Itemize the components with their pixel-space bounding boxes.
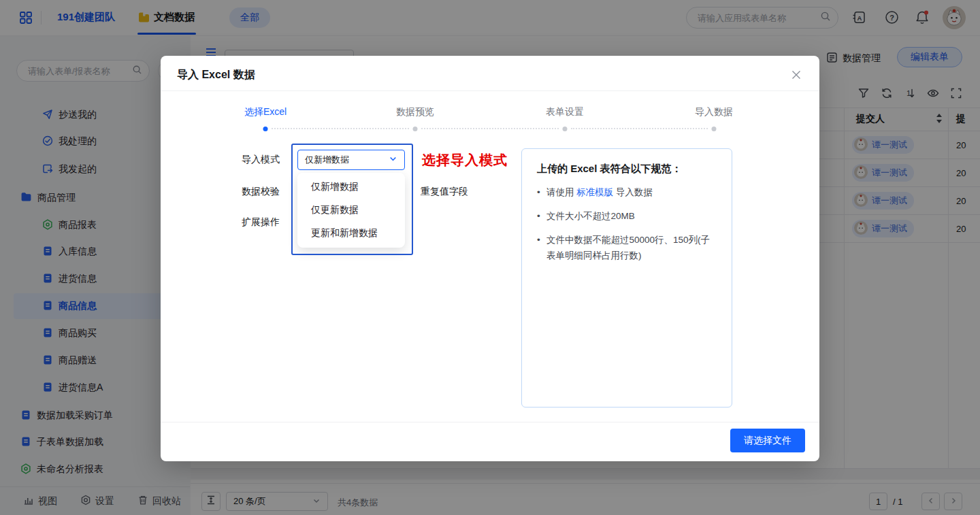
spec-rule-template: 请使用 标准模版 导入数据 [537,185,717,201]
chevron-down-icon [389,154,397,165]
step-dot [563,127,568,131]
step-dot [712,127,717,131]
spec-rule-size: 文件大小不超过20MB [537,209,717,225]
import-mode-select[interactable]: 仅新增数据 [297,150,405,170]
rule1-suffix: 导入数据 [613,187,653,197]
step-connector [421,128,559,129]
step-select-excel: 选择Excel [244,106,287,118]
rule1-prefix: 请使用 [546,187,576,197]
spec-title: 上传的 Excel 表符合以下规范： [537,163,717,176]
standard-template-link[interactable]: 标准模版 [576,187,613,197]
step-dot [413,127,418,131]
dropdown-option-update-only[interactable]: 仅更新数据 [297,199,405,222]
data-check-label: 数据校验 [242,186,280,198]
step-dot-active [263,127,268,131]
dropdown-option-update-and-add[interactable]: 更新和新增数据 [297,222,405,245]
data-check-fragment: 重复值字段 [421,186,468,198]
page-root: 191创建团队 文档数据 全部 A ? 抄送我的 我处理的 我发起的 商品管理 … [0,0,980,515]
close-icon[interactable] [791,69,802,83]
spec-rule-limits: 文件中数据不能超过50000行、150列(子表单明细同样占用行数) [537,233,717,264]
import-excel-modal: 导入 Excel 数据 选择Excel 数据预览 表单设置 导入数据 导入模式 … [161,56,819,461]
modal-title: 导入 Excel 数据 [177,68,255,82]
dropdown-option-add-only[interactable]: 仅新增数据 [297,176,405,199]
step-connector [571,128,708,129]
step-form-settings: 表单设置 [546,106,584,118]
step-import-data: 导入数据 [695,106,733,118]
import-mode-dropdown: 仅新增数据 仅更新数据 更新和新增数据 [297,173,405,248]
step-connector [272,128,409,129]
modal-footer-divider [161,422,819,422]
modal-header-divider [161,90,819,91]
import-mode-label: 导入模式 [242,154,280,166]
annotation-text: 选择导入模式 [422,151,508,169]
step-data-preview: 数据预览 [396,106,434,118]
import-mode-value: 仅新增数据 [305,154,389,166]
choose-file-button[interactable]: 请选择文件 [730,429,805,452]
excel-spec-panel: 上传的 Excel 表符合以下规范： 请使用 标准模版 导入数据 文件大小不超过… [521,148,732,408]
extend-operation-label: 扩展操作 [242,216,280,229]
